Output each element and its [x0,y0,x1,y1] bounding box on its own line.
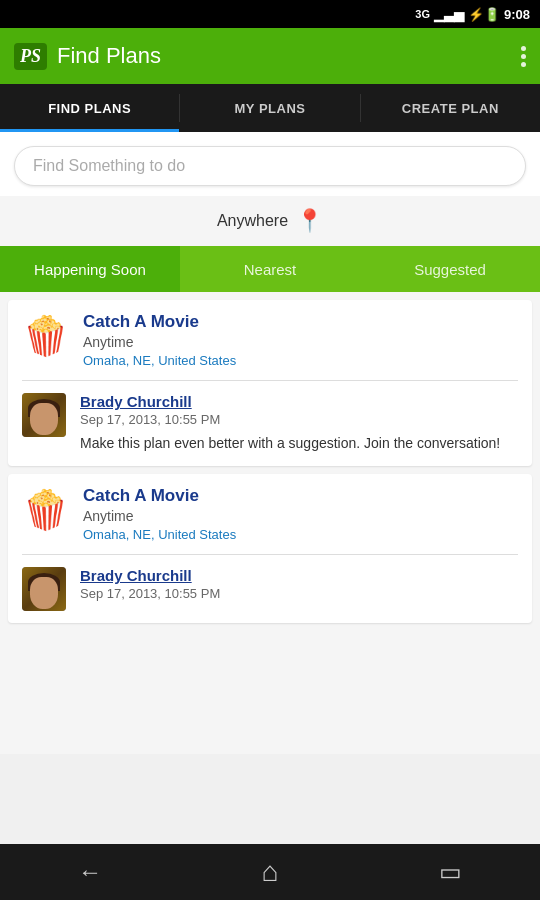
plan-header-1: 🍿 Catch A Movie Anytime Omaha, NE, Unite… [8,300,532,380]
plan-card-2: 🍿 Catch A Movie Anytime Omaha, NE, Unite… [8,474,532,623]
content-area: 🍿 Catch A Movie Anytime Omaha, NE, Unite… [0,292,540,754]
recent-apps-button[interactable]: ▭ [420,852,480,892]
plan-info-1: Catch A Movie Anytime Omaha, NE, United … [83,312,518,368]
back-button[interactable]: ← [60,852,120,892]
plan-card-1: 🍿 Catch A Movie Anytime Omaha, NE, Unite… [8,300,532,466]
commenter-name-1[interactable]: Brady Churchill [80,393,518,410]
overflow-menu-button[interactable] [521,46,526,67]
app-title: Find Plans [57,43,161,69]
plan-info-2: Catch A Movie Anytime Omaha, NE, United … [83,486,518,542]
bottom-nav: ← ⌂ ▭ [0,844,540,900]
plan-time-1: Anytime [83,334,518,350]
avatar-1 [22,393,66,437]
location-text: Anywhere [217,212,288,230]
plan-title-2[interactable]: Catch A Movie [83,486,518,506]
search-area: Find Something to do [0,132,540,196]
tab-create-plan[interactable]: CREATE PLAN [361,84,540,132]
location-row[interactable]: Anywhere 📍 [0,196,540,246]
avatar-face-2 [30,577,58,609]
header-left: PS Find Plans [14,43,161,70]
network-type: 3G [415,8,430,20]
avatar-2 [22,567,66,611]
plan-title-1[interactable]: Catch A Movie [83,312,518,332]
menu-dot-1 [521,46,526,51]
filter-tabs: Happening Soon Nearest Suggested [0,246,540,292]
search-input[interactable]: Find Something to do [33,157,185,174]
menu-dot-3 [521,62,526,67]
menu-dot-2 [521,54,526,59]
plan-header-2: 🍿 Catch A Movie Anytime Omaha, NE, Unite… [8,474,532,554]
battery-icon: ⚡🔋 [468,7,500,22]
comment-content-1: Brady Churchill Sep 17, 2013, 10:55 PM M… [80,393,518,454]
app-logo: PS [14,43,47,70]
commenter-name-2[interactable]: Brady Churchill [80,567,518,584]
status-bar: 3G ▁▃▅ ⚡🔋 9:08 [0,0,540,28]
home-button[interactable]: ⌂ [240,852,300,892]
tab-find-plans[interactable]: FIND PLANS [0,84,179,132]
plan-location-1[interactable]: Omaha, NE, United States [83,353,518,368]
comment-date-1: Sep 17, 2013, 10:55 PM [80,412,518,427]
plan-time-2: Anytime [83,508,518,524]
plan-icon-2: 🍿 [22,488,69,532]
comment-row-1: Brady Churchill Sep 17, 2013, 10:55 PM M… [8,381,532,466]
avatar-image-1 [22,393,66,437]
filter-tab-suggested[interactable]: Suggested [360,246,540,292]
plan-location-2[interactable]: Omaha, NE, United States [83,527,518,542]
avatar-image-2 [22,567,66,611]
comment-text-1: Make this plan even better with a sugges… [80,433,518,454]
filter-tab-nearest[interactable]: Nearest [180,246,360,292]
main-tab-bar: FIND PLANS MY PLANS CREATE PLAN [0,84,540,132]
avatar-face-1 [30,403,58,435]
filter-tab-happening-soon[interactable]: Happening Soon [0,246,180,292]
comment-row-2: Brady Churchill Sep 17, 2013, 10:55 PM [8,555,532,623]
plan-icon-1: 🍿 [22,314,69,358]
clock: 9:08 [504,7,530,22]
comment-date-2: Sep 17, 2013, 10:55 PM [80,586,518,601]
comment-content-2: Brady Churchill Sep 17, 2013, 10:55 PM [80,567,518,601]
app-header: PS Find Plans [0,28,540,84]
status-icons: 3G ▁▃▅ ⚡🔋 9:08 [415,7,530,22]
location-pin-icon: 📍 [296,208,323,234]
tab-my-plans[interactable]: MY PLANS [180,84,359,132]
signal-bars: ▁▃▅ [434,7,464,22]
search-input-wrapper[interactable]: Find Something to do [14,146,526,186]
